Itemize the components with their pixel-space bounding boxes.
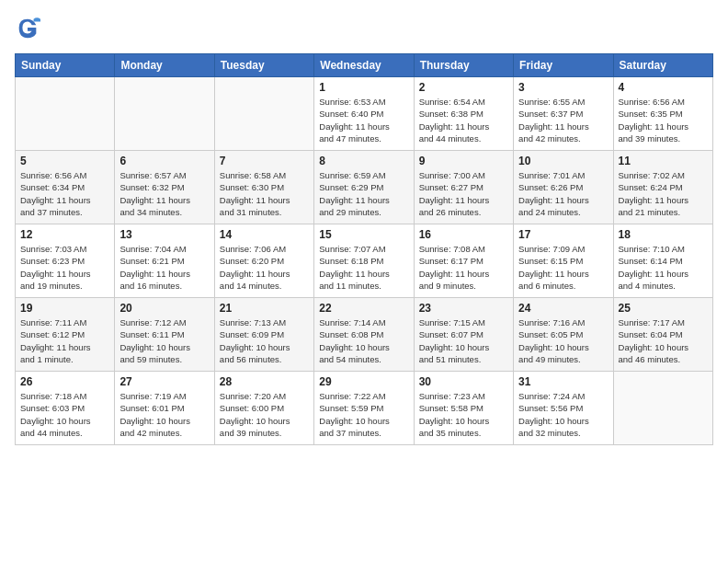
day-number: 20 xyxy=(119,302,209,315)
calendar-cell: 23Sunrise: 7:15 AM Sunset: 6:07 PM Dayli… xyxy=(414,298,513,372)
day-number: 24 xyxy=(518,302,608,315)
calendar-cell xyxy=(613,372,712,445)
day-info: Sunrise: 7:12 AM Sunset: 6:11 PM Dayligh… xyxy=(119,316,209,365)
calendar-cell: 4Sunrise: 6:56 AM Sunset: 6:35 PM Daylig… xyxy=(613,77,712,151)
day-info: Sunrise: 6:54 AM Sunset: 6:38 PM Dayligh… xyxy=(419,96,508,144)
day-number: 17 xyxy=(518,228,608,241)
day-number: 27 xyxy=(119,375,209,388)
day-info: Sunrise: 7:07 AM Sunset: 6:18 PM Dayligh… xyxy=(319,243,408,292)
day-number: 3 xyxy=(518,81,608,94)
calendar-week-row: 1Sunrise: 6:53 AM Sunset: 6:40 PM Daylig… xyxy=(16,77,713,151)
day-info: Sunrise: 7:23 AM Sunset: 5:58 PM Dayligh… xyxy=(419,390,508,439)
calendar-cell: 18Sunrise: 7:10 AM Sunset: 6:14 PM Dayli… xyxy=(613,224,712,298)
day-info: Sunrise: 6:55 AM Sunset: 6:37 PM Dayligh… xyxy=(518,96,608,144)
day-number: 26 xyxy=(20,375,109,388)
weekday-header-saturday: Saturday xyxy=(613,54,712,77)
day-number: 19 xyxy=(20,302,109,315)
day-number: 21 xyxy=(220,302,309,315)
header xyxy=(15,15,713,44)
calendar-cell: 6Sunrise: 6:57 AM Sunset: 6:32 PM Daylig… xyxy=(115,151,214,224)
calendar-cell: 9Sunrise: 7:00 AM Sunset: 6:27 PM Daylig… xyxy=(414,151,513,224)
day-number: 23 xyxy=(419,302,508,315)
calendar-week-row: 19Sunrise: 7:11 AM Sunset: 6:12 PM Dayli… xyxy=(16,298,713,372)
day-number: 13 xyxy=(119,228,209,241)
day-info: Sunrise: 7:02 AM Sunset: 6:24 PM Dayligh… xyxy=(619,169,708,218)
calendar-cell: 2Sunrise: 6:54 AM Sunset: 6:38 PM Daylig… xyxy=(414,77,513,151)
day-info: Sunrise: 6:57 AM Sunset: 6:32 PM Dayligh… xyxy=(119,169,209,218)
calendar-cell xyxy=(115,77,214,151)
day-number: 4 xyxy=(619,81,708,94)
calendar-cell: 21Sunrise: 7:13 AM Sunset: 6:09 PM Dayli… xyxy=(214,298,313,372)
day-number: 25 xyxy=(619,302,708,315)
day-info: Sunrise: 7:15 AM Sunset: 6:07 PM Dayligh… xyxy=(419,316,508,365)
calendar-cell: 13Sunrise: 7:04 AM Sunset: 6:21 PM Dayli… xyxy=(115,224,214,298)
day-info: Sunrise: 7:03 AM Sunset: 6:23 PM Dayligh… xyxy=(20,243,109,292)
calendar-cell: 16Sunrise: 7:08 AM Sunset: 6:17 PM Dayli… xyxy=(414,224,513,298)
logo-icon xyxy=(15,15,40,44)
day-number: 16 xyxy=(419,228,508,241)
day-info: Sunrise: 7:09 AM Sunset: 6:15 PM Dayligh… xyxy=(518,243,608,292)
calendar-week-row: 26Sunrise: 7:18 AM Sunset: 6:03 PM Dayli… xyxy=(16,372,713,445)
day-info: Sunrise: 6:56 AM Sunset: 6:34 PM Dayligh… xyxy=(20,169,109,218)
calendar-cell: 28Sunrise: 7:20 AM Sunset: 6:00 PM Dayli… xyxy=(214,372,313,445)
calendar-cell: 30Sunrise: 7:23 AM Sunset: 5:58 PM Dayli… xyxy=(414,372,513,445)
calendar-cell: 7Sunrise: 6:58 AM Sunset: 6:30 PM Daylig… xyxy=(214,151,313,224)
logo xyxy=(15,15,44,44)
day-number: 11 xyxy=(619,155,708,167)
weekday-header-thursday: Thursday xyxy=(414,54,513,77)
weekday-header-friday: Friday xyxy=(514,54,613,77)
day-info: Sunrise: 7:06 AM Sunset: 6:20 PM Dayligh… xyxy=(220,243,309,292)
calendar-week-row: 12Sunrise: 7:03 AM Sunset: 6:23 PM Dayli… xyxy=(16,224,713,298)
day-info: Sunrise: 7:04 AM Sunset: 6:21 PM Dayligh… xyxy=(119,243,209,292)
calendar-cell: 31Sunrise: 7:24 AM Sunset: 5:56 PM Dayli… xyxy=(514,372,613,445)
day-info: Sunrise: 7:20 AM Sunset: 6:00 PM Dayligh… xyxy=(220,390,309,439)
day-number: 7 xyxy=(220,155,309,167)
day-number: 29 xyxy=(319,375,408,388)
calendar-header-row: SundayMondayTuesdayWednesdayThursdayFrid… xyxy=(16,54,713,77)
day-info: Sunrise: 6:53 AM Sunset: 6:40 PM Dayligh… xyxy=(319,96,408,144)
day-number: 2 xyxy=(419,81,508,94)
day-info: Sunrise: 7:11 AM Sunset: 6:12 PM Dayligh… xyxy=(20,316,109,365)
calendar-table: SundayMondayTuesdayWednesdayThursdayFrid… xyxy=(15,53,713,445)
calendar-cell: 14Sunrise: 7:06 AM Sunset: 6:20 PM Dayli… xyxy=(214,224,313,298)
day-info: Sunrise: 7:17 AM Sunset: 6:04 PM Dayligh… xyxy=(619,316,708,365)
calendar-cell: 12Sunrise: 7:03 AM Sunset: 6:23 PM Dayli… xyxy=(16,224,115,298)
calendar-cell: 19Sunrise: 7:11 AM Sunset: 6:12 PM Dayli… xyxy=(16,298,115,372)
calendar-cell: 24Sunrise: 7:16 AM Sunset: 6:05 PM Dayli… xyxy=(514,298,613,372)
day-info: Sunrise: 7:00 AM Sunset: 6:27 PM Dayligh… xyxy=(419,169,508,218)
calendar-cell: 29Sunrise: 7:22 AM Sunset: 5:59 PM Dayli… xyxy=(314,372,414,445)
calendar-cell xyxy=(16,77,115,151)
day-info: Sunrise: 6:56 AM Sunset: 6:35 PM Dayligh… xyxy=(619,96,708,144)
day-number: 31 xyxy=(518,375,608,388)
calendar-cell: 11Sunrise: 7:02 AM Sunset: 6:24 PM Dayli… xyxy=(613,151,712,224)
day-number: 10 xyxy=(518,155,608,167)
day-number: 12 xyxy=(20,228,109,241)
calendar-cell xyxy=(214,77,313,151)
day-number: 15 xyxy=(319,228,408,241)
day-info: Sunrise: 7:22 AM Sunset: 5:59 PM Dayligh… xyxy=(319,390,408,439)
day-number: 22 xyxy=(319,302,408,315)
day-number: 9 xyxy=(419,155,508,167)
day-info: Sunrise: 7:14 AM Sunset: 6:08 PM Dayligh… xyxy=(319,316,408,365)
calendar-cell: 15Sunrise: 7:07 AM Sunset: 6:18 PM Dayli… xyxy=(314,224,414,298)
calendar-cell: 17Sunrise: 7:09 AM Sunset: 6:15 PM Dayli… xyxy=(514,224,613,298)
weekday-header-sunday: Sunday xyxy=(16,54,115,77)
calendar-cell: 27Sunrise: 7:19 AM Sunset: 6:01 PM Dayli… xyxy=(115,372,214,445)
calendar-cell: 20Sunrise: 7:12 AM Sunset: 6:11 PM Dayli… xyxy=(115,298,214,372)
day-number: 1 xyxy=(319,81,408,94)
day-info: Sunrise: 7:10 AM Sunset: 6:14 PM Dayligh… xyxy=(619,243,708,292)
day-info: Sunrise: 7:16 AM Sunset: 6:05 PM Dayligh… xyxy=(518,316,608,365)
day-info: Sunrise: 7:18 AM Sunset: 6:03 PM Dayligh… xyxy=(20,390,109,439)
calendar-week-row: 5Sunrise: 6:56 AM Sunset: 6:34 PM Daylig… xyxy=(16,151,713,224)
calendar-cell: 26Sunrise: 7:18 AM Sunset: 6:03 PM Dayli… xyxy=(16,372,115,445)
day-number: 28 xyxy=(220,375,309,388)
calendar-cell: 25Sunrise: 7:17 AM Sunset: 6:04 PM Dayli… xyxy=(613,298,712,372)
day-info: Sunrise: 7:13 AM Sunset: 6:09 PM Dayligh… xyxy=(220,316,309,365)
day-number: 14 xyxy=(220,228,309,241)
day-info: Sunrise: 7:19 AM Sunset: 6:01 PM Dayligh… xyxy=(119,390,209,439)
day-number: 30 xyxy=(419,375,508,388)
weekday-header-monday: Monday xyxy=(115,54,214,77)
calendar-cell: 10Sunrise: 7:01 AM Sunset: 6:26 PM Dayli… xyxy=(514,151,613,224)
day-number: 5 xyxy=(20,155,109,167)
day-info: Sunrise: 6:58 AM Sunset: 6:30 PM Dayligh… xyxy=(220,169,309,218)
